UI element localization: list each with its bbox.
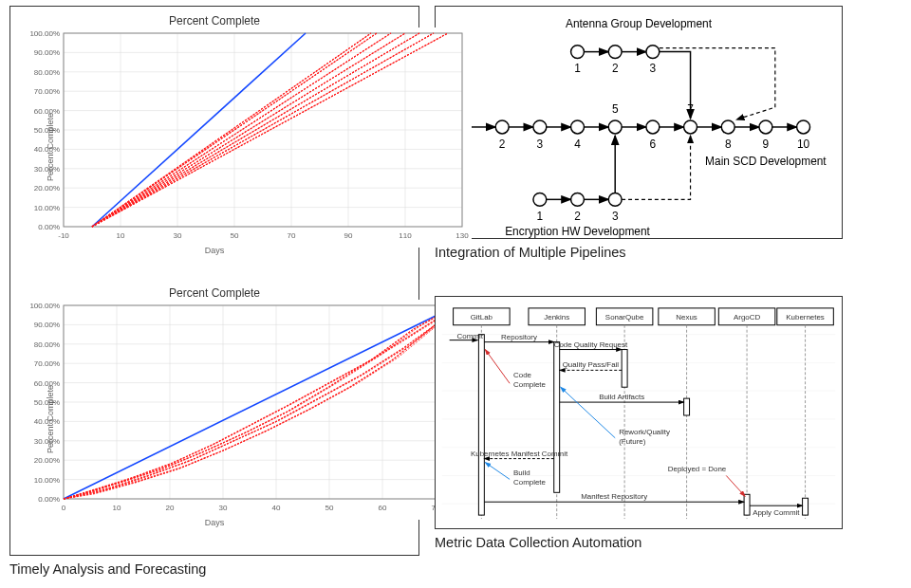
svg-text:Repository: Repository [501,333,537,341]
svg-point-37 [533,193,547,206]
svg-text:Jenkins: Jenkins [544,313,569,322]
svg-text:7: 7 [687,102,694,116]
svg-rect-152 [478,335,484,515]
svg-text:30: 30 [219,504,228,512]
svg-rect-154 [622,350,627,388]
main-pipeline-label: Main SCD Development [705,155,827,168]
svg-point-20 [608,120,622,134]
pipelines-svg: Antenna Group Development 1 2 3 1 2 3 [435,6,843,239]
svg-text:50: 50 [325,504,334,512]
svg-text:1: 1 [537,210,544,223]
svg-point-35 [797,120,810,134]
bottom-pipeline-label: Encryption HW Development [505,225,650,238]
svg-text:50: 50 [231,231,239,240]
pipelines-caption: Integration of Multiple Pipelines [435,245,909,260]
svg-text:Build Artifacts: Build Artifacts [599,393,644,401]
svg-point-29 [721,120,734,134]
svg-text:GitLab: GitLab [471,313,493,322]
metrics-caption: Metric Data Collection Automation [435,535,909,550]
svg-text:20: 20 [166,504,175,512]
svg-text:Rework/Quality: Rework/Quality [619,428,670,436]
svg-text:SonarQube: SonarQube [605,313,644,322]
svg-rect-155 [684,398,690,415]
svg-rect-157 [803,498,809,515]
svg-text:100.00%: 100.00% [29,302,60,310]
svg-text:10: 10 [797,138,810,151]
sequence-svg: GitLabJenkinsSonarQubeNexusArgoCDKuberne… [435,296,843,529]
svg-point-26 [684,120,697,134]
svg-text:(Future): (Future) [619,437,646,446]
svg-text:Code Quality Request: Code Quality Request [554,340,628,349]
chart-bottom-title: Percent Complete [18,286,411,300]
bottom-pipeline-row: 1 2 3 [533,136,691,223]
svg-text:3: 3 [650,62,657,75]
svg-text:130: 130 [456,231,469,240]
chart-bottom-svg: 0.00%10.00%20.00%30.00%40.00%50.00%60.00… [18,300,472,520]
svg-text:0: 0 [62,504,66,512]
svg-text:4: 4 [574,138,581,151]
svg-text:10.00%: 10.00% [34,476,60,485]
svg-text:70: 70 [288,231,296,240]
chart-top: Percent Complete Percent Complete 0.00%1… [18,14,411,279]
svg-text:90.00%: 90.00% [34,321,60,329]
svg-text:20.00%: 20.00% [34,184,60,193]
svg-point-11 [495,120,509,134]
svg-point-14 [533,120,547,134]
top-pipeline-row: 1 2 3 [571,46,775,119]
svg-point-40 [571,193,585,206]
metrics-panel: GitLabJenkinsSonarQubeNexusArgoCDKuberne… [435,296,909,582]
svg-text:-10: -10 [58,231,69,240]
svg-text:9: 9 [763,138,770,151]
chart-top-svg: 0.00%10.00%20.00%30.00%40.00%50.00%60.00… [18,28,472,248]
svg-point-17 [571,120,585,134]
svg-point-0 [571,46,585,59]
svg-text:1: 1 [574,62,581,75]
svg-text:Apply Commit: Apply Commit [753,508,800,517]
svg-text:0.00%: 0.00% [38,495,60,504]
svg-text:2: 2 [499,138,506,151]
svg-text:10.00%: 10.00% [34,204,60,212]
svg-text:10: 10 [113,504,121,512]
svg-point-43 [608,193,622,206]
svg-text:3: 3 [537,138,544,151]
svg-text:Code: Code [513,371,532,379]
svg-text:80.00%: 80.00% [34,68,60,77]
svg-text:90: 90 [344,231,353,240]
svg-text:Deployed = Done: Deployed = Done [668,465,727,473]
svg-text:Quality Pass/Fail: Quality Pass/Fail [563,360,620,369]
svg-text:0.00%: 0.00% [38,223,60,231]
forecasting-panel: Percent Complete Percent Complete 0.00%1… [9,6,419,582]
svg-text:ArgoCD: ArgoCD [734,313,760,322]
svg-point-32 [759,120,772,134]
svg-point-23 [646,120,660,134]
svg-text:90.00%: 90.00% [34,48,60,57]
svg-text:8: 8 [725,138,732,151]
main-pipeline-row: 1 2 3 4 5 6 7 8 9 10 [458,102,810,151]
forecasting-caption: Timely Analysis and Forecasting [9,561,419,577]
svg-text:40: 40 [272,504,281,512]
svg-text:100.00%: 100.00% [29,29,60,38]
svg-text:30: 30 [174,231,182,240]
svg-text:2: 2 [574,210,581,223]
top-pipeline-label: Antenna Group Development [566,17,713,30]
svg-text:Complete: Complete [513,478,546,487]
svg-text:110: 110 [399,231,412,240]
svg-point-3 [608,46,622,59]
svg-rect-153 [554,342,560,493]
svg-text:3: 3 [612,210,619,223]
svg-text:Commit: Commit [457,332,484,340]
svg-text:60: 60 [379,504,387,512]
svg-text:6: 6 [650,138,657,151]
svg-text:5: 5 [612,102,619,116]
svg-text:2: 2 [612,62,619,75]
svg-text:70.00%: 70.00% [34,359,60,368]
svg-rect-156 [744,494,750,515]
svg-text:Build: Build [513,469,530,477]
chart-top-title: Percent Complete [18,14,411,28]
svg-text:Nexus: Nexus [676,313,697,322]
svg-text:Complete: Complete [513,380,546,389]
svg-text:Manifest Repository: Manifest Repository [581,492,647,501]
svg-text:70.00%: 70.00% [34,87,60,96]
svg-text:10: 10 [117,231,125,240]
svg-point-6 [646,46,660,59]
